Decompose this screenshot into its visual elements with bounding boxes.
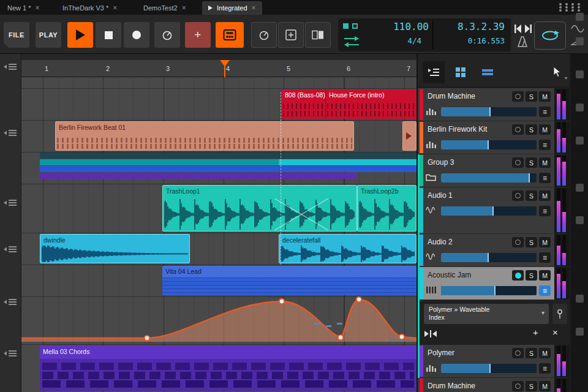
automation-curve[interactable]	[21, 296, 417, 344]
mute-button[interactable]: M	[539, 348, 551, 358]
clip-berlin-firework[interactable]: Berlin Firework Beat 01	[55, 121, 354, 151]
clip-berlin-partial[interactable]	[402, 121, 417, 151]
track-row-berlin-firework-kit[interactable]: Berlin Firework Kit S M ≡	[418, 121, 570, 154]
group-subclip-cyan[interactable]	[279, 159, 417, 165]
drum-machine-panel-button[interactable]	[216, 22, 244, 48]
tab-inthedark[interactable]: InTheDark V3 * ×	[56, 1, 123, 15]
automation-parameter-dropdown[interactable]: Polymer » Wavetable Index ▾	[424, 304, 549, 324]
solo-button[interactable]: S	[526, 124, 537, 135]
time-display[interactable]: 0:16.553	[430, 36, 505, 45]
tab-new-1[interactable]: New 1 * ×	[1, 1, 46, 15]
position-display[interactable]: 8.3.2.39	[436, 21, 505, 32]
file-button[interactable]: FILE	[4, 22, 29, 48]
tempo-display[interactable]: 110.00	[368, 21, 429, 32]
record-arm-button[interactable]	[512, 381, 524, 391]
track-menu-button[interactable]: ≡	[539, 107, 551, 117]
volume-fader[interactable]	[441, 206, 537, 216]
clip-vita-lead[interactable]: Vita 04 Lead	[162, 266, 417, 295]
solo-button[interactable]: S	[526, 348, 537, 358]
track-scroll-handle[interactable]	[4, 298, 17, 306]
track-row-group-3[interactable]: Group 3 S M ≡	[418, 154, 570, 187]
clip-trashloop2b[interactable]: TrashLoop2b	[357, 185, 417, 232]
track-row-audio-1[interactable]: Audio 1 S M ≡	[418, 187, 570, 233]
track-menu-button[interactable]: ≡	[539, 363, 551, 374]
resize-handle[interactable]	[576, 13, 584, 21]
resize-handle[interactable]	[576, 295, 584, 303]
clip-dwindle[interactable]: dwindle	[40, 234, 190, 263]
track-menu-button[interactable]: ≡	[539, 140, 551, 150]
pin-button[interactable]	[552, 304, 567, 324]
tab-close-icon[interactable]: ×	[113, 4, 117, 12]
clip-deceleratefall[interactable]: deceleratefall	[279, 234, 417, 263]
mute-button[interactable]: M	[539, 190, 551, 201]
record-arm-button[interactable]	[512, 348, 524, 358]
time-signature-display[interactable]: 4/4	[368, 36, 421, 45]
clip-808-bass[interactable]: 808 (Bass-08)	[282, 89, 325, 119]
mute-button[interactable]: M	[539, 237, 551, 247]
outline-square-icon[interactable]	[352, 23, 358, 29]
volume-fader[interactable]	[441, 253, 537, 262]
resize-handle[interactable]	[576, 70, 584, 78]
track-menu-button[interactable]: ≡	[539, 206, 551, 216]
group-subclip-teal[interactable]	[40, 159, 279, 165]
group-subclip-purple[interactable]	[40, 173, 356, 179]
resize-handle[interactable]	[576, 328, 584, 336]
record-arm-button[interactable]	[512, 91, 524, 102]
solo-button[interactable]: S	[526, 237, 537, 247]
track-list-view-button[interactable]	[423, 61, 445, 83]
clip-house-force[interactable]: House Force (intro)	[325, 89, 417, 119]
automation-dial-button[interactable]	[154, 22, 180, 48]
solo-button[interactable]: S	[526, 91, 537, 102]
close-automation-button[interactable]: ×	[552, 327, 558, 337]
mute-button[interactable]: M	[539, 157, 551, 168]
track-scroll-handle[interactable]	[4, 198, 17, 207]
track-scroll-handle[interactable]	[4, 245, 17, 254]
fill-square-icon[interactable]	[343, 23, 349, 29]
tab-demotest2[interactable]: DemoTest2 ×	[137, 1, 192, 15]
mute-button[interactable]: M	[539, 381, 551, 391]
track-scroll-handle[interactable]	[4, 349, 17, 358]
track-row-audio-2[interactable]: Audio 2 S M ≡	[418, 234, 570, 266]
solo-button[interactable]: S	[526, 190, 537, 201]
solo-button[interactable]: S	[526, 157, 537, 168]
add-button[interactable]: +	[185, 22, 211, 48]
record-arm-button[interactable]	[512, 157, 524, 168]
track-scroll-handle[interactable]	[4, 62, 17, 71]
track-menu-button[interactable]: ≡	[539, 285, 551, 296]
pointer-tool-button[interactable]: ▾	[546, 61, 568, 83]
exchange-arrows-icon[interactable]	[342, 35, 361, 48]
track-row-acoustic-jam[interactable]: Acoustic Jam S M ≡	[418, 267, 570, 300]
tab-close-icon[interactable]: ×	[36, 4, 40, 12]
automation-write-button[interactable]	[251, 22, 277, 48]
device-collapse-icon[interactable]	[424, 329, 437, 339]
resize-handle[interactable]	[576, 184, 584, 192]
resize-handle[interactable]	[576, 104, 584, 111]
grid-view-button[interactable]	[450, 61, 472, 83]
app-menu-icon[interactable]	[557, 2, 582, 12]
mute-button[interactable]: M	[539, 124, 551, 135]
group-subclip-blue[interactable]	[40, 166, 417, 172]
add-automation-button[interactable]: +	[533, 327, 538, 337]
sine-wave-icon[interactable]	[571, 24, 584, 33]
metronome-icon[interactable]	[516, 36, 529, 48]
tab-close-icon[interactable]: ×	[252, 4, 256, 12]
resize-handle[interactable]	[576, 216, 584, 224]
group-subclip-dark[interactable]	[40, 153, 417, 159]
resize-handle[interactable]	[576, 137, 584, 145]
solo-button[interactable]: S	[526, 381, 537, 391]
record-arm-button[interactable]	[512, 124, 524, 135]
track-row-drum-machine[interactable]: Drum Machine S M ≡	[418, 88, 570, 121]
record-button[interactable]	[124, 22, 149, 48]
nudge-icons[interactable]	[514, 23, 532, 34]
track-menu-button[interactable]: ≡	[539, 252, 551, 263]
clip-mella-chords[interactable]: Mella 03 Chords	[40, 345, 417, 391]
tab-integrated[interactable]: Integrated ×	[202, 1, 262, 15]
loop-button[interactable]	[534, 21, 566, 50]
record-arm-button[interactable]	[512, 190, 524, 201]
solo-button[interactable]: S	[526, 270, 537, 281]
play-menu-button[interactable]: PLAY	[36, 22, 61, 48]
track-menu-button[interactable]: ≡	[539, 173, 551, 183]
play-button[interactable]	[67, 22, 93, 48]
volume-fader[interactable]	[441, 107, 537, 116]
resize-handle[interactable]	[576, 37, 584, 45]
